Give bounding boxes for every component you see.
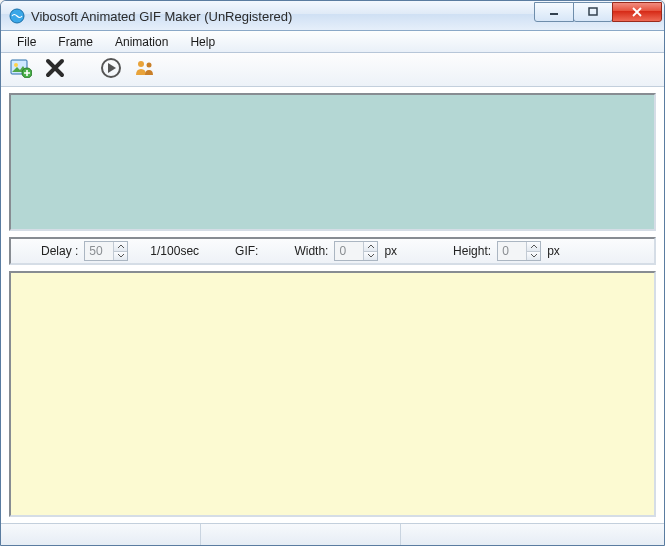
status-cell-2 — [201, 524, 401, 545]
window-buttons — [535, 6, 662, 26]
close-button[interactable] — [612, 2, 662, 22]
play-button[interactable] — [99, 58, 123, 82]
svg-point-8 — [147, 63, 152, 68]
statusbar — [1, 523, 664, 545]
status-cell-3 — [401, 524, 664, 545]
status-cell-1 — [1, 524, 201, 545]
delay-spin-buttons[interactable] — [113, 242, 127, 260]
content-area: Delay : 1/100sec GIF: Width: — [1, 87, 664, 523]
width-input[interactable] — [335, 242, 363, 260]
menubar: File Frame Animation Help — [1, 31, 664, 53]
menu-frame[interactable]: Frame — [48, 33, 103, 51]
people-icon — [134, 59, 156, 80]
frames-panel[interactable] — [9, 93, 656, 231]
height-spinner[interactable] — [497, 241, 541, 261]
width-spin-buttons[interactable] — [363, 242, 377, 260]
delete-button[interactable] — [43, 58, 67, 82]
width-label: Width: — [294, 244, 328, 258]
svg-rect-2 — [589, 8, 597, 15]
params-bar: Delay : 1/100sec GIF: Width: — [9, 237, 656, 265]
chevron-up-icon[interactable] — [114, 242, 127, 252]
gif-label: GIF: — [235, 244, 258, 258]
app-icon — [9, 8, 25, 24]
height-input[interactable] — [498, 242, 526, 260]
chevron-up-icon[interactable] — [364, 242, 377, 252]
height-label: Height: — [453, 244, 491, 258]
minimize-button[interactable] — [534, 2, 574, 22]
menu-file[interactable]: File — [7, 33, 46, 51]
menu-animation[interactable]: Animation — [105, 33, 178, 51]
height-unit: px — [547, 244, 560, 258]
delay-unit: 1/100sec — [150, 244, 199, 258]
chevron-down-icon[interactable] — [364, 252, 377, 261]
add-image-button[interactable] — [9, 58, 33, 82]
width-unit: px — [384, 244, 397, 258]
add-image-icon — [10, 58, 32, 81]
svg-rect-1 — [550, 13, 558, 15]
width-spinner[interactable] — [334, 241, 378, 261]
height-spin-buttons[interactable] — [526, 242, 540, 260]
delete-icon — [45, 58, 65, 81]
chevron-down-icon[interactable] — [114, 252, 127, 261]
delay-spinner[interactable] — [84, 241, 128, 261]
toolbar — [1, 53, 664, 87]
preview-panel[interactable] — [9, 271, 656, 517]
chevron-up-icon[interactable] — [527, 242, 540, 252]
app-window: Vibosoft Animated GIF Maker (UnRegistere… — [0, 0, 665, 546]
svg-point-4 — [14, 63, 18, 67]
maximize-button[interactable] — [573, 2, 613, 22]
svg-point-7 — [138, 61, 144, 67]
delay-label: Delay : — [41, 244, 78, 258]
window-title: Vibosoft Animated GIF Maker (UnRegistere… — [31, 8, 535, 24]
people-button[interactable] — [133, 58, 157, 82]
chevron-down-icon[interactable] — [527, 252, 540, 261]
menu-help[interactable]: Help — [180, 33, 225, 51]
delay-input[interactable] — [85, 242, 113, 260]
play-icon — [100, 57, 122, 82]
titlebar[interactable]: Vibosoft Animated GIF Maker (UnRegistere… — [1, 1, 664, 31]
